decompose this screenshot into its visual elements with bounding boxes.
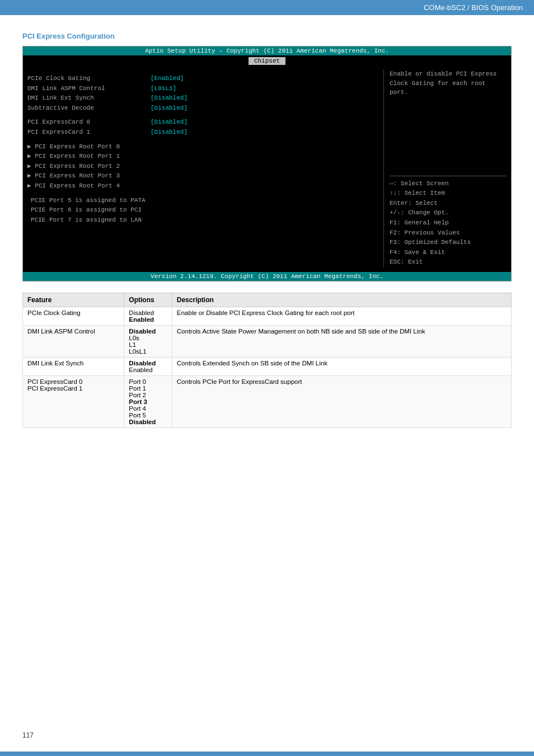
bios-screenshot: Aptio Setup Utility – Copyright (C) 2011… <box>22 46 512 281</box>
td-options: Disabled L0s L1 L0sL1 <box>124 326 172 358</box>
section-title: PCI Express Configuration <box>22 32 512 40</box>
bios-item-dmi-aspm: DMI Link ASPM Control [L0sL1] <box>27 84 378 94</box>
bios-note-port6: PCIE Port 6 is assigned to PCI <box>27 205 378 215</box>
th-description: Description <box>172 293 511 307</box>
table-row: PCI ExpressCard 0PCI ExpressCard 1 Port … <box>23 376 512 428</box>
bios-title-bar: Aptio Setup Utility – Copyright (C) 2011… <box>23 46 511 55</box>
td-feature: DMI Link ASPM Control <box>23 326 124 358</box>
bios-item-dmi-ext: DMI Link Ext Synch [Disabled] <box>27 93 378 104</box>
table-row: PCIe Clock Gating Disabled Enabled Enabl… <box>23 307 512 326</box>
feature-table: Feature Options Description PCIe Clock G… <box>22 293 512 428</box>
td-options: Port 0 Port 1 Port 2 Port 3 Port 4 Port … <box>124 376 172 428</box>
bios-help-f4: F4: Save & Exit <box>390 248 507 258</box>
bios-item-subtractive: Subtractive Decode [Disabled] <box>27 104 378 114</box>
bios-left-panel: PCIe Clock Gating [Enabled] DMI Link ASP… <box>27 69 383 267</box>
bios-separator <box>390 176 507 176</box>
top-bar-title: COMe-bSC2 / BIOS Operation <box>424 3 523 12</box>
td-description: Enable or Disable PCI Express Clock Gati… <box>172 307 511 326</box>
td-description: Controls Active State Power Management o… <box>172 326 511 358</box>
bios-main: PCIe Clock Gating [Enabled] DMI Link ASP… <box>23 65 511 272</box>
bios-help-bottom: ↔: Select Screen ↑↓: Select Item Enter: … <box>390 179 507 267</box>
bios-help-f1: F1: General Help <box>390 218 507 228</box>
bios-note-port5: PCIE Port 5 is assigned to PATA <box>27 196 378 206</box>
bios-item-pcie-clock: PCIe Clock Gating [Enabled] <box>27 74 378 84</box>
table-row: DMI Link ASPM Control Disabled L0s L1 L0… <box>23 326 512 358</box>
bios-help-f3: F3: Optimized Defaults <box>390 238 507 248</box>
bios-submenu-port2: PCI Express Root Port 2 <box>27 162 378 172</box>
td-feature: PCIe Clock Gating <box>23 307 124 326</box>
bios-help-change: +/-: Change Opt. <box>390 208 507 218</box>
bios-right-panel: Enable or disable PCI ExpressClock Gatin… <box>383 69 507 267</box>
table-header-row: Feature Options Description <box>23 293 512 307</box>
bottom-bar <box>0 752 534 756</box>
feature-table-section: Feature Options Description PCIe Clock G… <box>22 293 512 428</box>
bios-tab-chipset: Chipset <box>249 57 285 65</box>
bios-help-select-screen: ↔: Select Screen <box>390 179 507 189</box>
bios-submenu-port4: PCI Express Root Port 4 <box>27 181 378 191</box>
page-number: 117 <box>22 731 34 739</box>
bios-item-expresscard1: PCI ExpressCard 1 [Disabled] <box>27 128 378 138</box>
bios-submenu-port1: PCI Express Root Port 1 <box>27 152 378 162</box>
bios-footer: Version 2.14.1219. Copyright (C) 2011 Am… <box>23 272 511 281</box>
bios-submenu-port0: PCI Express Root Port 0 <box>27 142 378 152</box>
td-description: Controls Extended Synch on SB side of th… <box>172 358 511 376</box>
td-options: Disabled Enabled <box>124 358 172 376</box>
table-row: DMI Link Ext Synch Disabled Enabled Cont… <box>23 358 512 376</box>
bios-note-port7: PCIE Port 7 is assigned to LAN <box>27 215 378 226</box>
top-bar: COMe-bSC2 / BIOS Operation <box>0 0 534 15</box>
bios-item-expresscard0: PCI ExpressCard 0 [Disabled] <box>27 118 378 128</box>
th-options: Options <box>124 293 172 307</box>
bios-submenu-port3: PCI Express Root Port 3 <box>27 171 378 181</box>
td-description: Controls PCIe Port for ExpressCard suppo… <box>172 376 511 428</box>
th-feature: Feature <box>23 293 124 307</box>
bios-help-top: Enable or disable PCI ExpressClock Gatin… <box>390 69 507 167</box>
bios-help-select-item: ↑↓: Select Item <box>390 189 507 199</box>
td-feature: DMI Link Ext Synch <box>23 358 124 376</box>
td-options: Disabled Enabled <box>124 307 172 326</box>
bios-help-esc: ESC: Exit <box>390 257 507 267</box>
bios-help-enter: Enter: Select <box>390 199 507 209</box>
td-feature: PCI ExpressCard 0PCI ExpressCard 1 <box>23 376 124 428</box>
bios-tab-bar: Chipset <box>23 55 511 65</box>
bios-help-f2: F2: Previous Values <box>390 228 507 238</box>
